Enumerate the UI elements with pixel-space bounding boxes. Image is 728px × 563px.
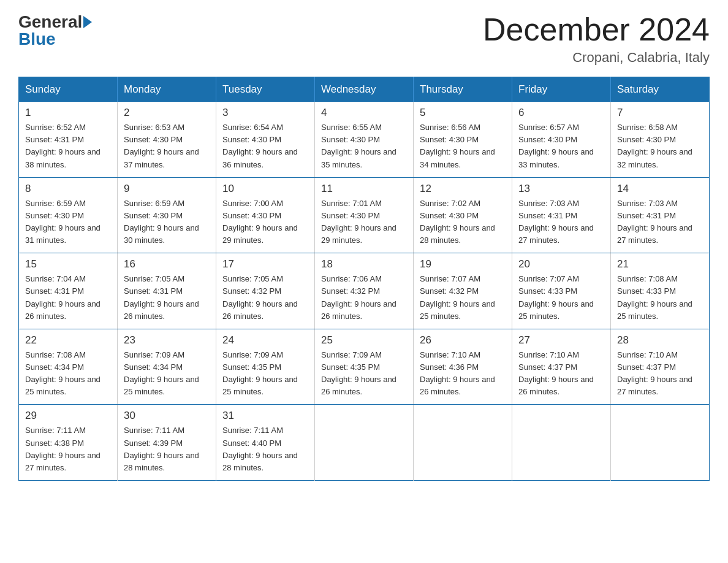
calendar-day-cell: 31 Sunrise: 7:11 AMSunset: 4:40 PMDaylig…	[216, 405, 315, 481]
page-header: General Blue December 2024 Cropani, Cala…	[18, 12, 710, 66]
day-info: Sunrise: 7:09 AMSunset: 4:35 PMDaylight:…	[222, 349, 308, 399]
col-monday: Monday	[118, 77, 216, 102]
calendar-week-row: 15 Sunrise: 7:04 AMSunset: 4:31 PMDaylig…	[19, 253, 710, 329]
day-info: Sunrise: 7:08 AMSunset: 4:33 PMDaylight:…	[617, 273, 703, 323]
day-info: Sunrise: 7:11 AMSunset: 4:40 PMDaylight:…	[222, 424, 308, 474]
day-number: 20	[518, 258, 604, 270]
day-number: 12	[420, 183, 506, 195]
calendar-day-cell: 23 Sunrise: 7:09 AMSunset: 4:34 PMDaylig…	[118, 329, 216, 405]
col-thursday: Thursday	[414, 77, 512, 102]
day-number: 18	[321, 258, 407, 270]
day-number: 11	[321, 183, 407, 195]
calendar-day-cell	[414, 405, 512, 481]
title-block: December 2024 Cropani, Calabria, Italy	[483, 12, 710, 66]
calendar-day-cell: 22 Sunrise: 7:08 AMSunset: 4:34 PMDaylig…	[19, 329, 118, 405]
day-number: 25	[321, 334, 407, 347]
day-number: 3	[222, 107, 308, 119]
day-number: 9	[124, 183, 210, 195]
day-number: 30	[124, 410, 210, 422]
day-info: Sunrise: 7:10 AMSunset: 4:37 PMDaylight:…	[518, 349, 604, 399]
day-number: 22	[25, 334, 111, 347]
day-number: 19	[420, 258, 506, 270]
day-number: 15	[25, 258, 111, 270]
logo-blue-text: Blue	[18, 29, 56, 48]
day-number: 4	[321, 107, 407, 119]
day-number: 23	[124, 334, 210, 347]
day-number: 24	[222, 334, 308, 347]
day-info: Sunrise: 7:04 AMSunset: 4:31 PMDaylight:…	[25, 273, 111, 323]
day-info: Sunrise: 7:00 AMSunset: 4:30 PMDaylight:…	[222, 197, 308, 247]
day-number: 5	[420, 107, 506, 119]
calendar-day-cell: 30 Sunrise: 7:11 AMSunset: 4:39 PMDaylig…	[118, 405, 216, 481]
day-info: Sunrise: 6:53 AMSunset: 4:30 PMDaylight:…	[124, 121, 210, 171]
day-number: 26	[420, 334, 506, 347]
calendar-day-cell: 13 Sunrise: 7:03 AMSunset: 4:31 PMDaylig…	[512, 177, 611, 253]
day-info: Sunrise: 6:55 AMSunset: 4:30 PMDaylight:…	[321, 121, 407, 171]
day-info: Sunrise: 7:02 AMSunset: 4:30 PMDaylight:…	[420, 197, 506, 247]
day-number: 21	[617, 258, 703, 270]
calendar-table: Sunday Monday Tuesday Wednesday Thursday…	[18, 77, 710, 481]
day-number: 6	[518, 107, 604, 119]
calendar-day-cell: 18 Sunrise: 7:06 AMSunset: 4:32 PMDaylig…	[315, 253, 414, 329]
day-info: Sunrise: 6:54 AMSunset: 4:30 PMDaylight:…	[222, 121, 308, 171]
calendar-day-cell: 12 Sunrise: 7:02 AMSunset: 4:30 PMDaylig…	[414, 177, 512, 253]
day-info: Sunrise: 7:06 AMSunset: 4:32 PMDaylight:…	[321, 273, 407, 323]
logo: General Blue	[18, 12, 93, 49]
calendar-day-cell	[315, 405, 414, 481]
calendar-day-cell: 11 Sunrise: 7:01 AMSunset: 4:30 PMDaylig…	[315, 177, 414, 253]
calendar-day-cell: 27 Sunrise: 7:10 AMSunset: 4:37 PMDaylig…	[512, 329, 611, 405]
day-info: Sunrise: 6:59 AMSunset: 4:30 PMDaylight:…	[124, 197, 210, 247]
calendar-day-cell: 7 Sunrise: 6:58 AMSunset: 4:30 PMDayligh…	[611, 102, 710, 177]
day-info: Sunrise: 7:03 AMSunset: 4:31 PMDaylight:…	[518, 197, 604, 247]
logo-triangle-icon	[83, 16, 92, 28]
calendar-day-cell: 21 Sunrise: 7:08 AMSunset: 4:33 PMDaylig…	[611, 253, 710, 329]
calendar-week-row: 22 Sunrise: 7:08 AMSunset: 4:34 PMDaylig…	[19, 329, 710, 405]
day-info: Sunrise: 7:05 AMSunset: 4:32 PMDaylight:…	[222, 273, 308, 323]
calendar-week-row: 1 Sunrise: 6:52 AMSunset: 4:31 PMDayligh…	[19, 102, 710, 177]
day-info: Sunrise: 6:57 AMSunset: 4:30 PMDaylight:…	[518, 121, 604, 171]
day-info: Sunrise: 7:09 AMSunset: 4:35 PMDaylight:…	[321, 349, 407, 399]
day-info: Sunrise: 7:09 AMSunset: 4:34 PMDaylight:…	[124, 349, 210, 399]
calendar-header-row: Sunday Monday Tuesday Wednesday Thursday…	[19, 77, 710, 102]
calendar-day-cell: 20 Sunrise: 7:07 AMSunset: 4:33 PMDaylig…	[512, 253, 611, 329]
calendar-week-row: 29 Sunrise: 7:11 AMSunset: 4:38 PMDaylig…	[19, 405, 710, 481]
calendar-day-cell: 2 Sunrise: 6:53 AMSunset: 4:30 PMDayligh…	[118, 102, 216, 177]
calendar-day-cell	[512, 405, 611, 481]
location-text: Cropani, Calabria, Italy	[483, 50, 710, 66]
calendar-day-cell: 19 Sunrise: 7:07 AMSunset: 4:32 PMDaylig…	[414, 253, 512, 329]
day-number: 31	[222, 410, 308, 422]
day-info: Sunrise: 7:10 AMSunset: 4:36 PMDaylight:…	[420, 349, 506, 399]
day-number: 27	[518, 334, 604, 347]
calendar-day-cell: 15 Sunrise: 7:04 AMSunset: 4:31 PMDaylig…	[19, 253, 118, 329]
col-sunday: Sunday	[19, 77, 118, 102]
col-wednesday: Wednesday	[315, 77, 414, 102]
calendar-day-cell: 17 Sunrise: 7:05 AMSunset: 4:32 PMDaylig…	[216, 253, 315, 329]
col-tuesday: Tuesday	[216, 77, 315, 102]
day-number: 29	[25, 410, 111, 422]
day-info: Sunrise: 6:56 AMSunset: 4:30 PMDaylight:…	[420, 121, 506, 171]
day-number: 17	[222, 258, 308, 270]
day-info: Sunrise: 7:03 AMSunset: 4:31 PMDaylight:…	[617, 197, 703, 247]
day-number: 13	[518, 183, 604, 195]
day-info: Sunrise: 7:01 AMSunset: 4:30 PMDaylight:…	[321, 197, 407, 247]
day-info: Sunrise: 6:52 AMSunset: 4:31 PMDaylight:…	[25, 121, 111, 171]
calendar-day-cell: 25 Sunrise: 7:09 AMSunset: 4:35 PMDaylig…	[315, 329, 414, 405]
day-info: Sunrise: 7:08 AMSunset: 4:34 PMDaylight:…	[25, 349, 111, 399]
calendar-day-cell: 9 Sunrise: 6:59 AMSunset: 4:30 PMDayligh…	[118, 177, 216, 253]
calendar-week-row: 8 Sunrise: 6:59 AMSunset: 4:30 PMDayligh…	[19, 177, 710, 253]
day-number: 8	[25, 183, 111, 195]
day-info: Sunrise: 7:11 AMSunset: 4:39 PMDaylight:…	[124, 424, 210, 474]
day-number: 1	[25, 107, 111, 119]
calendar-day-cell: 29 Sunrise: 7:11 AMSunset: 4:38 PMDaylig…	[19, 405, 118, 481]
col-friday: Friday	[512, 77, 611, 102]
day-number: 16	[124, 258, 210, 270]
day-number: 2	[124, 107, 210, 119]
calendar-day-cell: 26 Sunrise: 7:10 AMSunset: 4:36 PMDaylig…	[414, 329, 512, 405]
calendar-day-cell: 6 Sunrise: 6:57 AMSunset: 4:30 PMDayligh…	[512, 102, 611, 177]
day-number: 14	[617, 183, 703, 195]
day-number: 7	[617, 107, 703, 119]
col-saturday: Saturday	[611, 77, 710, 102]
day-info: Sunrise: 7:10 AMSunset: 4:37 PMDaylight:…	[617, 349, 703, 399]
day-number: 10	[222, 183, 308, 195]
day-number: 28	[617, 334, 703, 347]
